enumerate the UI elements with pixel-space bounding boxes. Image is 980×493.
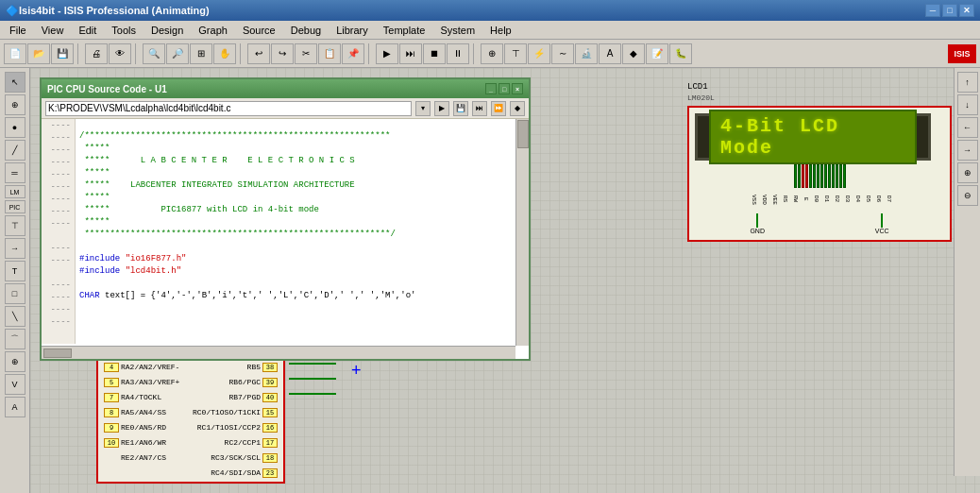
file-step-button[interactable]: ⏭: [472, 101, 487, 116]
pin-num: 5: [104, 378, 119, 387]
tool-origin[interactable]: ⊕: [5, 351, 25, 372]
view-tools: 🔍 🔎 ⊞ ✋: [143, 43, 236, 64]
file-run-button[interactable]: ⏩: [491, 101, 506, 116]
save-button[interactable]: 💾: [51, 43, 74, 64]
file-misc-button[interactable]: ◆: [510, 101, 525, 116]
power-button[interactable]: ⚡: [528, 43, 550, 64]
title-icon: 🔷: [6, 5, 19, 17]
zoom-in-button[interactable]: 🔍: [143, 43, 165, 64]
tool-pin[interactable]: →: [5, 238, 25, 259]
win-minimize[interactable]: _: [485, 83, 497, 94]
minimize-button[interactable]: ─: [925, 4, 940, 17]
label-button[interactable]: A: [599, 43, 621, 64]
pin-num-r: 17: [262, 438, 278, 448]
menu-edit[interactable]: Edit: [71, 23, 104, 38]
right-tool-3[interactable]: ←: [957, 117, 978, 138]
pin-name-r: RC4/SDI/SDA: [209, 468, 262, 477]
win-maximize[interactable]: □: [498, 83, 510, 94]
menu-help[interactable]: Help: [482, 23, 519, 38]
menu-template[interactable]: Template: [376, 23, 433, 38]
tool-probe-v[interactable]: V: [5, 374, 25, 395]
edit-tools: ↩ ↪ ✂ 📋 📌: [247, 43, 364, 64]
step-button[interactable]: ⏭: [399, 43, 422, 64]
pan-button[interactable]: ✋: [213, 43, 236, 64]
menu-system[interactable]: System: [432, 23, 482, 38]
pin-name: RA3/AN3/VREF+: [119, 378, 181, 386]
right-tool-2[interactable]: ↓: [957, 94, 978, 115]
debug-button[interactable]: 🐛: [669, 43, 692, 64]
pin-num: 8: [104, 408, 119, 417]
menu-source[interactable]: Source: [235, 23, 283, 38]
probe-button[interactable]: 🔬: [575, 43, 598, 64]
source-window-title: PIC CPU Source Code - U1 _ □ ×: [42, 79, 529, 98]
right-tool-4[interactable]: →: [957, 140, 978, 161]
redo-button[interactable]: ↪: [271, 43, 294, 64]
filepath-input[interactable]: [45, 101, 412, 116]
scroll-thumb-v[interactable]: [517, 120, 529, 148]
tool-probe-a[interactable]: A: [5, 397, 25, 417]
vertical-scrollbar[interactable]: [515, 119, 529, 344]
undo-button[interactable]: ↩: [247, 43, 270, 64]
tool-text[interactable]: T: [5, 261, 25, 281]
lcd-display: 4-Bit LCD Mode: [695, 113, 931, 161]
script-button[interactable]: 📝: [646, 43, 668, 64]
source-title-text: PIC CPU Source Code - U1: [47, 84, 167, 94]
close-button[interactable]: ✕: [959, 4, 974, 17]
stop-button[interactable]: ⏹: [423, 43, 446, 64]
new-button[interactable]: 📄: [4, 43, 26, 64]
tool-arc[interactable]: ⌒: [5, 329, 25, 349]
pin-row: 10 RE1/AN6/WR: [104, 435, 181, 450]
wire-button[interactable]: ∼: [551, 43, 574, 64]
print-preview-button[interactable]: 👁: [109, 43, 131, 64]
component-button[interactable]: ⊕: [481, 43, 503, 64]
tool-junction[interactable]: ●: [5, 117, 25, 138]
horizontal-scrollbar[interactable]: [42, 346, 515, 359]
tool-component[interactable]: ⊕: [5, 94, 25, 115]
right-tool-6[interactable]: ⊖: [957, 185, 978, 206]
pin-num: 7: [104, 393, 119, 402]
menu-debug[interactable]: Debug: [283, 23, 329, 38]
win-close[interactable]: ×: [512, 83, 523, 94]
zoom-out-button[interactable]: 🔎: [166, 43, 189, 64]
code-content[interactable]: /***************************************…: [76, 119, 529, 344]
pin-row-r: RC0/T1OSO/T1CKI 15: [191, 405, 278, 419]
tool-terminal[interactable]: ⊤: [5, 215, 25, 236]
pin-name-r: RB6/PGC: [227, 378, 262, 386]
canvas-area[interactable]: PIC CPU Source Code - U1 _ □ × ▾ ▶ 💾 ⏭ ⏩…: [30, 68, 980, 493]
tool-wire[interactable]: ╱: [5, 140, 25, 161]
tool-pointer[interactable]: ↖: [5, 72, 25, 93]
scroll-thumb-h[interactable]: [43, 348, 72, 358]
pause-button[interactable]: ⏸: [447, 43, 469, 64]
maximize-button[interactable]: □: [942, 4, 957, 17]
menu-file[interactable]: File: [2, 23, 34, 38]
pin-num: 10: [104, 438, 119, 448]
print-tools: 🖨 👁: [85, 43, 131, 64]
paste-button[interactable]: 📌: [342, 43, 364, 64]
tool-box[interactable]: □: [5, 283, 25, 304]
tool-line[interactable]: ╲: [5, 306, 25, 327]
menu-tools[interactable]: Tools: [104, 23, 144, 38]
gnd-label: GND: [750, 228, 765, 234]
menu-library[interactable]: Library: [329, 23, 376, 38]
lcd-label: LCD1: [687, 82, 952, 92]
mark-button[interactable]: ◆: [622, 43, 645, 64]
browse-button[interactable]: ▾: [415, 101, 431, 116]
file-save-button[interactable]: 💾: [453, 101, 468, 116]
open-button[interactable]: 📂: [27, 43, 50, 64]
zoom-all-button[interactable]: ⊞: [190, 43, 212, 64]
tool-bus[interactable]: ═: [5, 162, 25, 183]
menu-graph[interactable]: Graph: [191, 23, 235, 38]
right-tool-5[interactable]: ⊕: [957, 162, 978, 183]
run-button[interactable]: ▶: [376, 43, 398, 64]
menu-view[interactable]: View: [34, 23, 72, 38]
titlebar-buttons: ─ □ ✕: [925, 4, 974, 17]
cut-button[interactable]: ✂: [295, 43, 317, 64]
menu-design[interactable]: Design: [144, 23, 191, 38]
terminal-button[interactable]: ⊤: [504, 43, 527, 64]
print-button[interactable]: 🖨: [85, 43, 108, 64]
copy-button[interactable]: 📋: [318, 43, 341, 64]
file-open-button[interactable]: ▶: [434, 101, 449, 116]
right-tool-1[interactable]: ↑: [957, 72, 978, 93]
pin-row-r: RB7/PGD 40: [191, 390, 278, 404]
sim-tools: ▶ ⏭ ⏹ ⏸: [376, 43, 469, 64]
